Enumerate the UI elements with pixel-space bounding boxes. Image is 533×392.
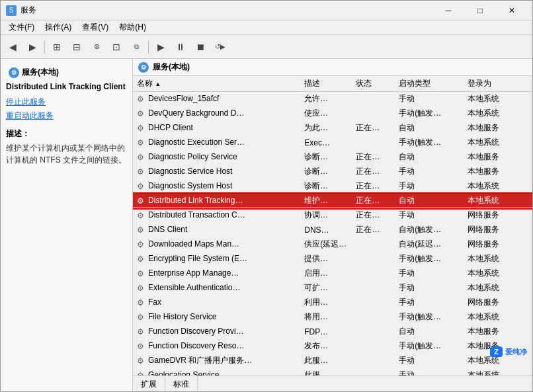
service-status-cell (352, 266, 395, 281)
service-desc-cell: 此服… (300, 368, 352, 376)
service-name-text: Distributed Link Tracking… (148, 196, 243, 205)
services-list: ⚙DevicesFlow_15afcf允许…手动本地系统⚙DevQuery Ba… (133, 92, 532, 376)
service-name-cell: ⚙Diagnostic Policy Service (133, 150, 300, 165)
table-row[interactable]: ⚙Geolocation Service此服…手动本地系统 (133, 368, 532, 376)
service-name-cell: ⚙Encrypting File System (E… (133, 252, 300, 266)
service-name-text: Diagnostic System Host (148, 181, 232, 190)
stop-button[interactable]: ⏹ (191, 38, 210, 56)
service-name-cell: ⚙Diagnostic System Host (133, 179, 300, 194)
table-row[interactable]: ⚙File History Service将用…手动(触发…本地系统 (133, 310, 532, 325)
menu-action[interactable]: 操作(A) (40, 20, 77, 34)
table-row[interactable]: ⚙Diagnostic Service Host诊断…正在…手动本地服务 (133, 165, 532, 179)
service-name-text: DevQuery Background D… (148, 108, 244, 118)
table-row[interactable]: ⚙DevicesFlow_15afcf允许…手动本地系统 (133, 92, 532, 106)
toolbar-separator-1 (44, 40, 45, 54)
service-gear-icon: ⚙ (137, 153, 146, 162)
service-login-cell: 本地系统 (464, 252, 532, 266)
service-name-text: Fax (148, 297, 161, 307)
right-panel: ⚙ 服务(本地) 名称 ▲ 描述 状态 启动类型 登录为 (133, 59, 532, 391)
scope-button[interactable]: ⊡ (107, 38, 126, 56)
table-row[interactable]: ⚙Extensible Authenticatio…可扩…手动本地系统 (133, 281, 532, 295)
restart-service-link[interactable]: 重启动此服务 (6, 110, 127, 122)
col-header-desc[interactable]: 描述 (300, 76, 352, 92)
col-header-status[interactable]: 状态 (352, 76, 395, 92)
table-row[interactable]: ⚙DevQuery Background D…使应…手动(触发…本地系统 (133, 106, 532, 121)
watermark: Z 爱纯净 (490, 346, 527, 357)
menu-view[interactable]: 查看(V) (77, 20, 114, 34)
watermark-logo: Z (490, 346, 503, 357)
service-startup-cell: 自动(延迟… (395, 237, 464, 252)
service-gear-icon: ⚙ (137, 225, 146, 235)
service-status-cell (352, 339, 395, 354)
forward-button[interactable]: ▶ (23, 38, 42, 56)
service-name-cell: ⚙GameDVR 和广播用户服务… (133, 354, 300, 368)
table-row[interactable]: ⚙Encrypting File System (E…提供…手动(触发…本地系统 (133, 252, 532, 266)
service-desc-cell: 提供… (300, 252, 352, 266)
service-status-cell (352, 368, 395, 376)
menu-help[interactable]: 帮助(H) (114, 20, 151, 34)
service-gear-icon: ⚙ (137, 95, 146, 104)
service-status-cell: 正在… (352, 121, 395, 136)
close-button[interactable]: ✕ (497, 1, 527, 20)
left-panel-title: ⚙ 服务(本地) (6, 64, 127, 82)
table-row[interactable]: ⚙DNS ClientDNS…正在…自动(触发…网络服务 (133, 223, 532, 237)
service-gear-icon: ⚙ (137, 211, 146, 220)
service-startup-cell: 手动 (395, 92, 464, 106)
table-row[interactable]: ⚙Diagnostic Policy Service诊断…正在…自动本地服务 (133, 150, 532, 165)
table-row[interactable]: ⚙DHCP Client为此…正在…自动本地服务 (133, 121, 532, 136)
table-row[interactable]: ⚙Function Discovery Provi…FDP…自动本地服务 (133, 325, 532, 339)
table-row[interactable]: ⚙Downloaded Maps Man…供应(延迟…自动(延迟…网络服务 (133, 237, 532, 252)
service-name-cell: ⚙Geolocation Service (133, 368, 300, 376)
show-view-button[interactable]: ⊞ (48, 38, 66, 56)
service-gear-icon: ⚙ (137, 255, 146, 264)
hide-view-button[interactable]: ⊟ (67, 38, 86, 56)
service-status-cell: 正在… (352, 223, 395, 237)
table-row[interactable]: ⚙GameDVR 和广播用户服务…此服…手动本地系统 (133, 354, 532, 368)
maximize-button[interactable]: □ (465, 1, 495, 20)
service-startup-cell: 手动(触发… (395, 252, 464, 266)
new-window-button[interactable]: ⧉ (127, 38, 145, 56)
tab-standard[interactable]: 标准 (165, 376, 198, 391)
service-login-cell: 本地服务 (464, 150, 532, 165)
service-gear-icon: ⚙ (137, 124, 146, 133)
service-startup-cell: 手动 (395, 179, 464, 194)
table-row[interactable]: ⚙Distributed Link Tracking…维护…正在…自动本地系统 (133, 194, 532, 208)
service-status-cell (352, 310, 395, 325)
table-row[interactable]: ⚙Function Discovery Reso…发布…手动(触发…本地服务 (133, 339, 532, 354)
service-startup-cell: 手动 (395, 266, 464, 281)
pause-button[interactable]: ⏸ (171, 38, 190, 56)
service-name-text: Function Discovery Provi… (148, 327, 244, 336)
table-row[interactable]: ⚙Fax利用…手动网络服务 (133, 295, 532, 310)
service-startup-cell: 手动(触发… (395, 106, 464, 121)
service-gear-icon: ⚙ (137, 240, 146, 249)
back-button[interactable]: ◀ (3, 38, 22, 56)
main-window: S 服务 ─ □ ✕ 文件(F) 操作(A) 查看(V) 帮助(H) ◀ ▶ ⊞… (0, 0, 533, 392)
stop-service-link[interactable]: 停止此服务 (6, 97, 127, 108)
service-desc-cell: 诊断… (300, 179, 352, 194)
right-panel-title: 服务(本地) (153, 61, 190, 73)
service-name-cell: ⚙Downloaded Maps Man… (133, 237, 300, 252)
table-row[interactable]: ⚙Diagnostic System Host诊断…正在…手动本地系统 (133, 179, 532, 194)
restart-button[interactable]: ↺▶ (211, 38, 229, 56)
watermark-text: 爱纯净 (505, 347, 527, 357)
table-row[interactable]: ⚙Diagnostic Execution Ser…Exec…手动(触发…本地系… (133, 136, 532, 150)
properties-button[interactable]: ⊛ (87, 38, 106, 56)
service-status-cell: 正在… (352, 150, 395, 165)
minimize-button[interactable]: ─ (433, 1, 464, 20)
start-button[interactable]: ▶ (151, 38, 170, 56)
table-row[interactable]: ⚙Distributed Transaction C…协调…正在…手动网络服务 (133, 208, 532, 223)
col-header-startup[interactable]: 启动类型 (395, 76, 464, 92)
service-login-cell: 网络服务 (464, 237, 532, 252)
service-name-cell: ⚙Function Discovery Reso… (133, 339, 300, 354)
service-status-cell (352, 92, 395, 106)
menu-bar: 文件(F) 操作(A) 查看(V) 帮助(H) (1, 20, 532, 35)
service-desc-cell: 为此… (300, 121, 352, 136)
service-status-cell (352, 295, 395, 310)
col-header-name[interactable]: 名称 ▲ (133, 76, 300, 92)
tab-expand[interactable]: 扩展 (133, 376, 165, 391)
service-gear-icon: ⚙ (137, 167, 146, 176)
service-name-cell: ⚙Distributed Transaction C… (133, 208, 300, 223)
col-header-login[interactable]: 登录为 (464, 76, 532, 92)
menu-file[interactable]: 文件(F) (3, 20, 40, 34)
table-row[interactable]: ⚙Enterprise App Manage…启用…手动本地系统 (133, 266, 532, 281)
